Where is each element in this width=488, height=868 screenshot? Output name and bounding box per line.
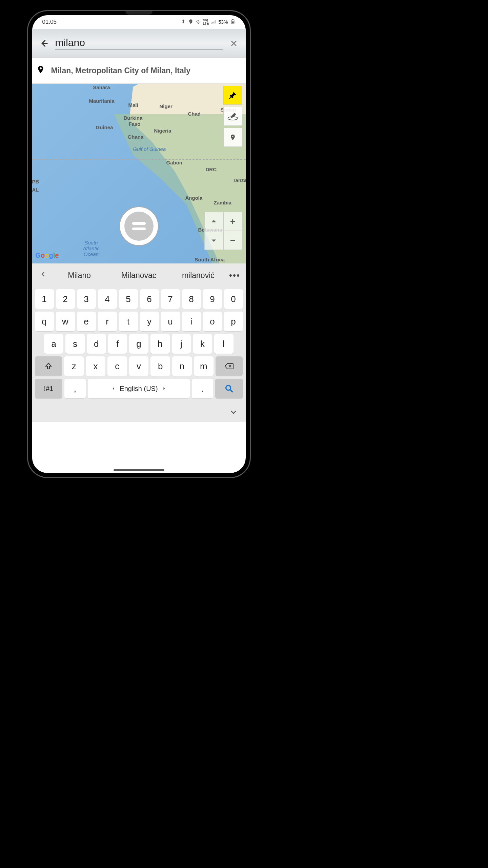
map-label: Mali	[128, 102, 138, 108]
map-label: AL	[32, 187, 39, 193]
map-label: Gabon	[166, 160, 183, 165]
suggestion-text: Milan, Metropolitan City of Milan, Italy	[51, 66, 190, 75]
map-label: Ghana	[128, 134, 144, 140]
key-o[interactable]: o	[203, 312, 222, 331]
bluetooth-icon	[181, 19, 186, 25]
key-backspace[interactable]	[216, 356, 243, 376]
nav-bar	[32, 405, 246, 422]
key-a[interactable]: a	[44, 334, 63, 354]
clear-button[interactable]	[225, 35, 242, 52]
location-icon	[188, 19, 194, 25]
center-drag-handle[interactable]	[119, 206, 159, 246]
location-suggestion[interactable]: Milan, Metropolitan City of Milan, Italy	[32, 58, 246, 84]
key-f[interactable]: f	[108, 334, 127, 354]
lte-icon: Vo)LTE	[203, 19, 209, 25]
key-n[interactable]: n	[172, 356, 192, 376]
map-label: Faso	[129, 121, 141, 127]
key-8[interactable]: 8	[182, 289, 201, 309]
key-l[interactable]: l	[214, 334, 233, 354]
svg-point-4	[226, 386, 230, 390]
key-k[interactable]: k	[193, 334, 212, 354]
pan-up-button[interactable]	[204, 212, 223, 231]
wifi-icon	[196, 19, 201, 25]
map-view[interactable]: Sahara Mauritania Mali Niger Chad Sudan …	[32, 84, 246, 263]
map-label: PB	[32, 179, 39, 184]
key-d[interactable]: d	[87, 334, 106, 354]
map-label: Sahara	[93, 84, 110, 90]
map-label: Tanza	[233, 177, 246, 183]
google-logo: Google	[36, 252, 59, 259]
key-0[interactable]: 0	[224, 289, 243, 309]
kb-suggestion-more[interactable]: •••	[228, 270, 241, 281]
kb-suggestion-1[interactable]: Milano	[50, 271, 109, 280]
kb-suggestion-back[interactable]	[36, 270, 50, 281]
marker-button[interactable]	[223, 128, 242, 147]
key-j[interactable]: j	[172, 334, 191, 354]
key-3[interactable]: 3	[77, 289, 96, 309]
map-label: Zambia	[214, 200, 232, 205]
key-s[interactable]: s	[65, 334, 85, 354]
key-symbols[interactable]: !#1	[35, 379, 63, 398]
key-g[interactable]: g	[129, 334, 148, 354]
search-input[interactable]	[55, 37, 223, 50]
kb-suggestion-2[interactable]: Milanovac	[109, 271, 168, 280]
key-9[interactable]: 9	[203, 289, 222, 309]
back-button[interactable]	[36, 35, 53, 52]
key-search[interactable]	[215, 379, 243, 398]
map-label: South Atlantic Ocean	[83, 240, 100, 257]
key-space[interactable]: English (US)	[88, 379, 190, 398]
key-6[interactable]: 6	[140, 289, 159, 309]
key-p[interactable]: p	[224, 312, 243, 331]
battery-icon	[230, 19, 236, 25]
key-comma[interactable]: ,	[64, 379, 86, 398]
map-label: Gulf of Guinea	[133, 146, 166, 152]
key-7[interactable]: 7	[161, 289, 180, 309]
search-bar	[32, 29, 246, 58]
key-4[interactable]: 4	[98, 289, 117, 309]
key-m[interactable]: m	[194, 356, 214, 376]
key-e[interactable]: e	[77, 312, 96, 331]
map-label: Niger	[160, 103, 172, 109]
key-i[interactable]: i	[182, 312, 201, 331]
map-label: Nigeria	[154, 128, 171, 134]
pan-down-button[interactable]	[204, 231, 223, 250]
map-label: DRC	[206, 166, 217, 172]
key-period[interactable]: .	[192, 379, 213, 398]
draw-button[interactable]	[223, 107, 242, 126]
home-indicator[interactable]	[114, 469, 164, 471]
space-label: English (US)	[120, 385, 158, 393]
map-label: South Africa	[195, 257, 225, 262]
pin-toggle-button[interactable]	[223, 86, 242, 105]
key-t[interactable]: t	[119, 312, 138, 331]
key-y[interactable]: y	[140, 312, 159, 331]
key-r[interactable]: r	[98, 312, 117, 331]
key-b[interactable]: b	[150, 356, 170, 376]
svg-rect-1	[232, 21, 233, 23]
key-x[interactable]: x	[86, 356, 105, 376]
kb-suggestion-3[interactable]: milanović	[168, 271, 228, 280]
zoom-out-button[interactable]: −	[223, 231, 242, 250]
status-bar: 01:05 Vo)LTE 53%	[32, 15, 246, 29]
key-shift[interactable]	[35, 356, 62, 376]
key-w[interactable]: w	[56, 312, 75, 331]
map-label: Burkina	[124, 115, 143, 121]
keyboard: 1 2 3 4 5 6 7 8 9 0 q w e r t y u i o	[32, 287, 246, 405]
map-label: Chad	[188, 111, 201, 117]
key-1[interactable]: 1	[35, 289, 54, 309]
battery-text: 53%	[218, 19, 228, 25]
key-z[interactable]: z	[64, 356, 84, 376]
svg-rect-2	[232, 19, 233, 19]
zoom-in-button[interactable]: +	[223, 212, 242, 231]
key-v[interactable]: v	[129, 356, 149, 376]
key-q[interactable]: q	[35, 312, 54, 331]
signal-icon	[211, 19, 216, 25]
key-h[interactable]: h	[150, 334, 170, 354]
keyboard-suggestion-bar: Milano Milanovac milanović •••	[32, 263, 246, 287]
status-time: 01:05	[42, 19, 57, 25]
key-2[interactable]: 2	[56, 289, 75, 309]
key-5[interactable]: 5	[119, 289, 138, 309]
key-c[interactable]: c	[107, 356, 127, 376]
map-label: Angola	[185, 195, 203, 201]
collapse-keyboard-button[interactable]	[229, 408, 238, 417]
key-u[interactable]: u	[161, 312, 180, 331]
